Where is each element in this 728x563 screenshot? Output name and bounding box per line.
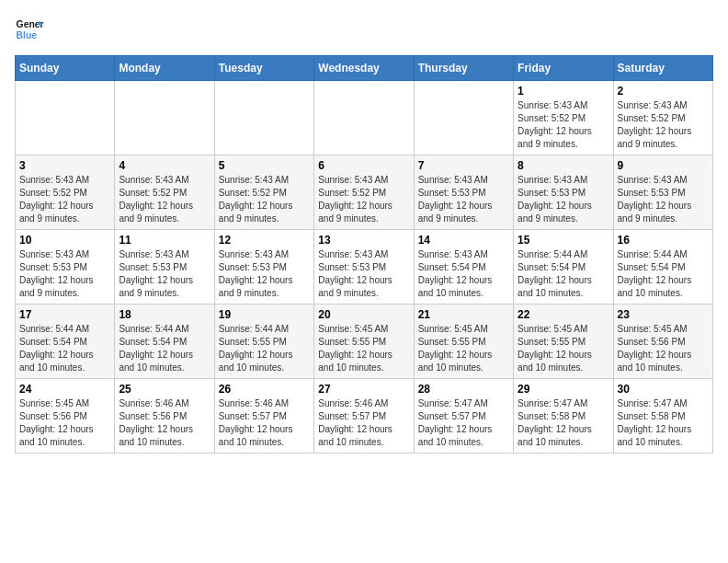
day-number: 8 [518,159,609,172]
day-info: Sunrise: 5:47 AM Sunset: 5:57 PM Dayligh… [418,397,509,449]
day-number: 29 [518,383,609,396]
page-header: General Blue [15,15,713,44]
calendar-cell: 15Sunrise: 5:44 AM Sunset: 5:54 PM Dayli… [514,230,613,304]
day-number: 13 [318,234,409,247]
calendar-cell: 23Sunrise: 5:45 AM Sunset: 5:56 PM Dayli… [613,304,712,379]
day-info: Sunrise: 5:44 AM Sunset: 5:54 PM Dayligh… [618,248,709,300]
day-number: 27 [318,383,409,396]
day-info: Sunrise: 5:43 AM Sunset: 5:52 PM Dayligh… [219,174,310,225]
day-number: 9 [618,159,709,172]
day-header-thursday: Thursday [414,56,513,81]
day-number: 11 [119,234,210,247]
day-number: 17 [19,308,110,321]
day-number: 10 [19,234,110,247]
day-number: 25 [119,383,210,396]
day-header-wednesday: Wednesday [314,56,414,81]
calendar-cell: 21Sunrise: 5:45 AM Sunset: 5:55 PM Dayli… [414,304,513,379]
day-info: Sunrise: 5:43 AM Sunset: 5:53 PM Dayligh… [119,248,210,300]
calendar-cell [115,81,214,155]
day-info: Sunrise: 5:45 AM Sunset: 5:55 PM Dayligh… [318,323,409,374]
calendar-cell: 5Sunrise: 5:43 AM Sunset: 5:52 PM Daylig… [214,155,313,230]
day-number: 30 [618,383,709,396]
calendar-cell: 29Sunrise: 5:47 AM Sunset: 5:58 PM Dayli… [514,379,613,454]
day-header-monday: Monday [115,56,214,81]
day-info: Sunrise: 5:44 AM Sunset: 5:55 PM Dayligh… [219,323,310,374]
day-number: 4 [119,159,210,172]
day-number: 26 [219,383,310,396]
day-info: Sunrise: 5:43 AM Sunset: 5:52 PM Dayligh… [518,99,609,151]
calendar-cell: 9Sunrise: 5:43 AM Sunset: 5:53 PM Daylig… [613,155,712,230]
day-number: 7 [418,159,509,172]
day-number: 21 [418,308,509,321]
calendar-week-row: 1Sunrise: 5:43 AM Sunset: 5:52 PM Daylig… [16,81,713,155]
calendar-cell: 6Sunrise: 5:43 AM Sunset: 5:52 PM Daylig… [314,155,414,230]
calendar-cell: 11Sunrise: 5:43 AM Sunset: 5:53 PM Dayli… [115,230,214,304]
day-number: 15 [518,234,609,247]
calendar-week-row: 10Sunrise: 5:43 AM Sunset: 5:53 PM Dayli… [16,230,713,304]
calendar-cell: 10Sunrise: 5:43 AM Sunset: 5:53 PM Dayli… [16,230,115,304]
day-number: 28 [418,383,509,396]
calendar-week-row: 24Sunrise: 5:45 AM Sunset: 5:56 PM Dayli… [16,379,713,454]
day-info: Sunrise: 5:45 AM Sunset: 5:56 PM Dayligh… [19,397,110,449]
calendar-cell: 14Sunrise: 5:43 AM Sunset: 5:54 PM Dayli… [414,230,513,304]
calendar-cell: 24Sunrise: 5:45 AM Sunset: 5:56 PM Dayli… [16,379,115,454]
day-header-sunday: Sunday [16,56,115,81]
day-info: Sunrise: 5:47 AM Sunset: 5:58 PM Dayligh… [518,397,609,449]
calendar-week-row: 3Sunrise: 5:43 AM Sunset: 5:52 PM Daylig… [16,155,713,230]
day-info: Sunrise: 5:43 AM Sunset: 5:52 PM Dayligh… [19,174,110,225]
day-number: 12 [219,234,310,247]
day-info: Sunrise: 5:45 AM Sunset: 5:55 PM Dayligh… [518,323,609,374]
day-info: Sunrise: 5:46 AM Sunset: 5:56 PM Dayligh… [119,397,210,449]
calendar-header-row: SundayMondayTuesdayWednesdayThursdayFrid… [16,56,713,81]
calendar-cell: 1Sunrise: 5:43 AM Sunset: 5:52 PM Daylig… [514,81,613,155]
calendar-cell: 3Sunrise: 5:43 AM Sunset: 5:52 PM Daylig… [16,155,115,230]
day-number: 24 [19,383,110,396]
day-info: Sunrise: 5:43 AM Sunset: 5:54 PM Dayligh… [418,248,509,300]
calendar-cell: 4Sunrise: 5:43 AM Sunset: 5:52 PM Daylig… [115,155,214,230]
day-info: Sunrise: 5:44 AM Sunset: 5:54 PM Dayligh… [19,323,110,374]
day-info: Sunrise: 5:43 AM Sunset: 5:52 PM Dayligh… [618,99,709,151]
day-info: Sunrise: 5:47 AM Sunset: 5:58 PM Dayligh… [618,397,709,449]
calendar-cell: 20Sunrise: 5:45 AM Sunset: 5:55 PM Dayli… [314,304,414,379]
calendar-cell: 17Sunrise: 5:44 AM Sunset: 5:54 PM Dayli… [16,304,115,379]
calendar-cell: 22Sunrise: 5:45 AM Sunset: 5:55 PM Dayli… [514,304,613,379]
day-number: 1 [518,85,609,98]
calendar-cell: 7Sunrise: 5:43 AM Sunset: 5:53 PM Daylig… [414,155,513,230]
day-number: 3 [19,159,110,172]
day-info: Sunrise: 5:43 AM Sunset: 5:53 PM Dayligh… [219,248,310,300]
day-number: 5 [219,159,310,172]
calendar-cell: 26Sunrise: 5:46 AM Sunset: 5:57 PM Dayli… [214,379,313,454]
day-number: 16 [618,234,709,247]
calendar-table: SundayMondayTuesdayWednesdayThursdayFrid… [15,55,713,454]
day-info: Sunrise: 5:44 AM Sunset: 5:54 PM Dayligh… [119,323,210,374]
calendar-cell: 18Sunrise: 5:44 AM Sunset: 5:54 PM Dayli… [115,304,214,379]
day-number: 6 [318,159,409,172]
day-number: 14 [418,234,509,247]
calendar-cell: 25Sunrise: 5:46 AM Sunset: 5:56 PM Dayli… [115,379,214,454]
day-number: 22 [518,308,609,321]
calendar-cell: 2Sunrise: 5:43 AM Sunset: 5:52 PM Daylig… [613,81,712,155]
calendar-cell: 19Sunrise: 5:44 AM Sunset: 5:55 PM Dayli… [214,304,313,379]
calendar-cell [314,81,414,155]
calendar-cell [414,81,513,155]
calendar-cell: 16Sunrise: 5:44 AM Sunset: 5:54 PM Dayli… [613,230,712,304]
day-number: 19 [219,308,310,321]
day-number: 18 [119,308,210,321]
day-info: Sunrise: 5:43 AM Sunset: 5:52 PM Dayligh… [318,174,409,225]
day-number: 23 [618,308,709,321]
calendar-cell: 12Sunrise: 5:43 AM Sunset: 5:53 PM Dayli… [214,230,313,304]
day-number: 20 [318,308,409,321]
day-info: Sunrise: 5:43 AM Sunset: 5:53 PM Dayligh… [418,174,509,225]
day-header-friday: Friday [514,56,613,81]
day-info: Sunrise: 5:46 AM Sunset: 5:57 PM Dayligh… [219,397,310,449]
svg-text:Blue: Blue [17,30,38,40]
calendar-cell: 13Sunrise: 5:43 AM Sunset: 5:53 PM Dayli… [314,230,414,304]
day-info: Sunrise: 5:43 AM Sunset: 5:53 PM Dayligh… [19,248,110,300]
day-info: Sunrise: 5:43 AM Sunset: 5:53 PM Dayligh… [318,248,409,300]
calendar-cell [214,81,313,155]
logo: General Blue [15,15,44,44]
day-info: Sunrise: 5:45 AM Sunset: 5:56 PM Dayligh… [618,323,709,374]
day-info: Sunrise: 5:43 AM Sunset: 5:53 PM Dayligh… [618,174,709,225]
day-number: 2 [618,85,709,98]
calendar-cell: 30Sunrise: 5:47 AM Sunset: 5:58 PM Dayli… [613,379,712,454]
